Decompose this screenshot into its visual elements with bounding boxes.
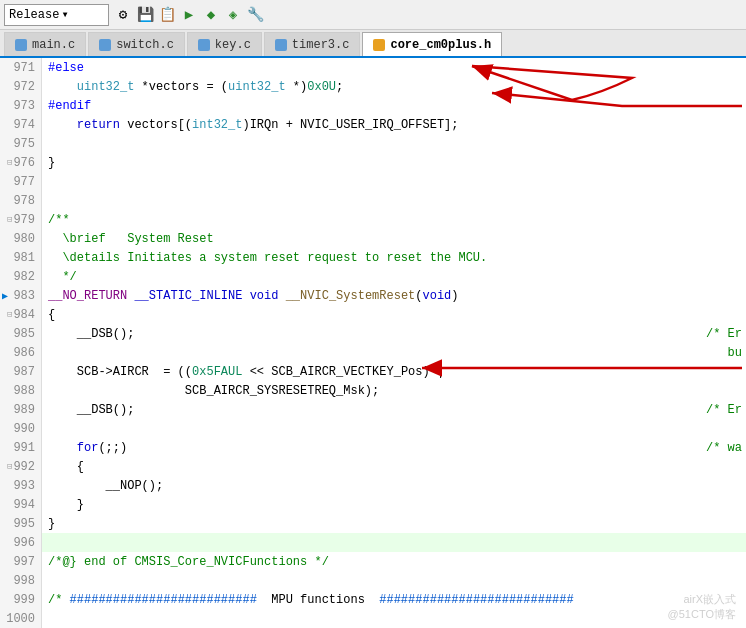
line-num-986: 986 — [0, 343, 41, 362]
tab-icon-c — [275, 39, 287, 51]
tab-icon-c — [198, 39, 210, 51]
code-line-989: __DSB(); /* Er — [42, 400, 746, 419]
line-num-989: 989 — [0, 400, 41, 419]
tab-switch-c[interactable]: switch.c — [88, 32, 185, 56]
watermark-line2: @51CTO博客 — [668, 607, 736, 622]
dropdown-label: Release — [9, 8, 59, 22]
line-num-988: 988 — [0, 381, 41, 400]
code-line-981: \details Initiates a system reset reques… — [42, 248, 746, 267]
title-bar: Release ▾ ⚙ 💾 📋 ▶ ◆ ◈ 🔧 — [0, 0, 746, 30]
code-line-994: } — [42, 495, 746, 514]
tab-label: timer3.c — [292, 38, 350, 52]
tab-core-cm0plus-h[interactable]: core_cm0plus.h — [362, 32, 502, 56]
code-line-971: #else — [42, 58, 746, 77]
line-num-995: 995 — [0, 514, 41, 533]
tab-main-c[interactable]: main.c — [4, 32, 86, 56]
code-line-972: uint32_t *vectors = (uint32_t *)0x0U; — [42, 77, 746, 96]
line-num-1000: 1000 — [0, 609, 41, 628]
line-num-977: 977 — [0, 172, 41, 191]
code-line-988: SCB_AIRCR_SYSRESETREQ_Msk); — [42, 381, 746, 400]
code-area: 971 972 973 974 975 ⊟976 977 978 ⊟979 98… — [0, 58, 746, 628]
watermark: airX嵌入式 @51CTO博客 — [668, 592, 736, 622]
line-num-980: 980 — [0, 229, 41, 248]
code-line-983: __NO_RETURN __STATIC_INLINE void __NVIC_… — [42, 286, 746, 305]
line-num-985: 985 — [0, 324, 41, 343]
line-num-973: 973 — [0, 96, 41, 115]
tab-label: key.c — [215, 38, 251, 52]
line-num-999: 999 — [0, 590, 41, 609]
code-line-976: } — [42, 153, 746, 172]
line-num-978: 978 — [0, 191, 41, 210]
tabs-bar: main.c switch.c key.c timer3.c core_cm0p… — [0, 30, 746, 58]
line-num-991: 991 — [0, 438, 41, 457]
watermark-line1: airX嵌入式 — [668, 592, 736, 607]
toolbar-icon-6[interactable]: ◈ — [223, 5, 243, 25]
toolbar-icon-7[interactable]: 🔧 — [245, 5, 265, 25]
line-num-983: 983 — [0, 286, 41, 305]
dropdown-arrow: ▾ — [61, 7, 68, 22]
line-num-994: 994 — [0, 495, 41, 514]
code-line-993: __NOP(); — [42, 476, 746, 495]
code-line-973: #endif — [42, 96, 746, 115]
line-num-976: ⊟976 — [0, 153, 41, 172]
toolbar-icon-5[interactable]: ◆ — [201, 5, 221, 25]
tab-key-c[interactable]: key.c — [187, 32, 262, 56]
code-line-978 — [42, 191, 746, 210]
line-num-972: 972 — [0, 77, 41, 96]
tab-label: main.c — [32, 38, 75, 52]
code-line-986: bu — [42, 343, 746, 362]
code-line-987: SCB->AIRCR = ((0x5FAUL << SCB_AIRCR_VECT… — [42, 362, 746, 381]
line-num-974: 974 — [0, 115, 41, 134]
code-line-1000 — [42, 609, 746, 628]
code-line-985: __DSB(); /* Er — [42, 324, 746, 343]
tab-icon-c — [99, 39, 111, 51]
line-num-984: ⊟984 — [0, 305, 41, 324]
code-line-997: /*@} end of CMSIS_Core_NVICFunctions */ — [42, 552, 746, 571]
code-content: #else uint32_t *vectors = (uint32_t *)0x… — [42, 58, 746, 628]
tab-label: core_cm0plus.h — [390, 38, 491, 52]
line-num-987: 987 — [0, 362, 41, 381]
code-line-999: /* ########################## MPU functi… — [42, 590, 746, 609]
line-num-982: 982 — [0, 267, 41, 286]
line-num-975: 975 — [0, 134, 41, 153]
line-num-981: 981 — [0, 248, 41, 267]
tab-icon-h — [373, 39, 385, 51]
code-line-979: /** — [42, 210, 746, 229]
code-line-995: } — [42, 514, 746, 533]
code-line-998 — [42, 571, 746, 590]
code-line-982: */ — [42, 267, 746, 286]
code-line-996 — [42, 533, 746, 552]
toolbar-icon-2[interactable]: 💾 — [135, 5, 155, 25]
code-line-974: return vectors[(int32_t)IRQn + NVIC_USER… — [42, 115, 746, 134]
toolbar-icon-4[interactable]: ▶ — [179, 5, 199, 25]
tab-timer3-c[interactable]: timer3.c — [264, 32, 361, 56]
tab-label: switch.c — [116, 38, 174, 52]
toolbar-icon-1[interactable]: ⚙ — [113, 5, 133, 25]
line-num-990: 990 — [0, 419, 41, 438]
line-num-992: ⊟992 — [0, 457, 41, 476]
code-line-975 — [42, 134, 746, 153]
line-num-971: 971 — [0, 58, 41, 77]
line-num-979: ⊟979 — [0, 210, 41, 229]
code-line-984: { — [42, 305, 746, 324]
line-num-993: 993 — [0, 476, 41, 495]
code-line-992: { — [42, 457, 746, 476]
line-numbers-gutter: 971 972 973 974 975 ⊟976 977 978 ⊟979 98… — [0, 58, 42, 628]
line-num-996: 996 — [0, 533, 41, 552]
toolbar-icon-3[interactable]: 📋 — [157, 5, 177, 25]
line-num-998: 998 — [0, 571, 41, 590]
tab-icon-c — [15, 39, 27, 51]
code-line-991: for(;;) /* wa — [42, 438, 746, 457]
code-line-990 — [42, 419, 746, 438]
code-line-980: \brief System Reset — [42, 229, 746, 248]
code-line-977 — [42, 172, 746, 191]
configuration-dropdown[interactable]: Release ▾ — [4, 4, 109, 26]
line-num-997: 997 — [0, 552, 41, 571]
